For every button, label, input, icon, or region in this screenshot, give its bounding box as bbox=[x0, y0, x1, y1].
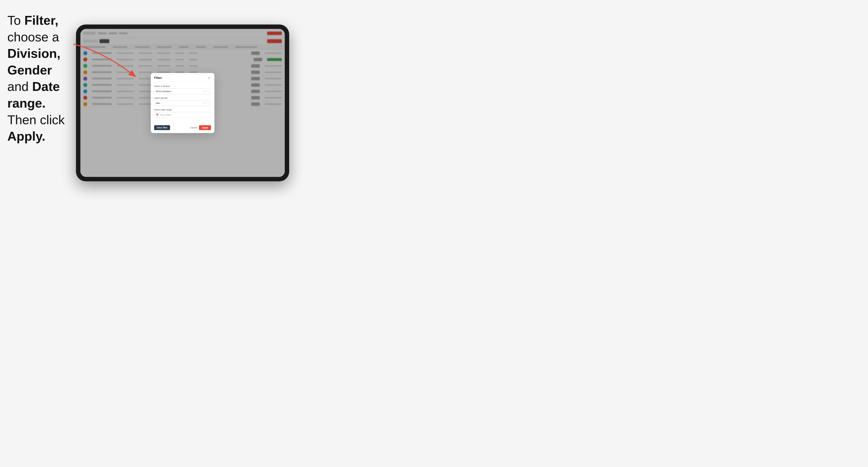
instruction-text: To Filter, choose a Division, Gender and… bbox=[7, 12, 79, 145]
modal-body: Select a division NCAA Division I × ⌃⌄ S… bbox=[151, 82, 214, 123]
division-form-group: Select a division NCAA Division I × ⌃⌄ bbox=[154, 85, 211, 94]
modal-close-button[interactable]: × bbox=[207, 76, 211, 80]
date-input[interactable]: 📅 Pick a date bbox=[154, 112, 211, 118]
division-arrows-icon[interactable]: ⌃⌄ bbox=[206, 90, 209, 92]
gender-select-value: Men bbox=[156, 102, 160, 104]
division-clear-icon[interactable]: × bbox=[204, 90, 205, 93]
gender-arrows-icon[interactable]: ⌃⌄ bbox=[206, 102, 209, 104]
division-select-value: NCAA Division I bbox=[156, 90, 172, 93]
apply-button[interactable]: Apply bbox=[199, 125, 211, 130]
gender-select-controls: × ⌃⌄ bbox=[204, 102, 209, 104]
footer-right-actions: Cancel Apply bbox=[190, 125, 211, 130]
date-label: Select Date range bbox=[154, 108, 211, 111]
date-form-group: Select Date range 📅 Pick a date bbox=[154, 108, 211, 118]
tablet-screen: Filter × Select a division NCAA Division… bbox=[81, 29, 285, 177]
date-placeholder: Pick a date bbox=[160, 114, 171, 116]
gender-select[interactable]: Men × ⌃⌄ bbox=[154, 100, 211, 106]
modal-footer: Clear filter Cancel Apply bbox=[151, 123, 214, 133]
division-select-controls: × ⌃⌄ bbox=[204, 90, 209, 93]
filter-modal: Filter × Select a division NCAA Division… bbox=[151, 73, 214, 133]
modal-overlay: Filter × Select a division NCAA Division… bbox=[81, 29, 285, 177]
cancel-button[interactable]: Cancel bbox=[190, 126, 197, 129]
clear-filter-button[interactable]: Clear filter bbox=[154, 125, 170, 130]
modal-header: Filter × bbox=[151, 73, 214, 82]
tablet-device: Filter × Select a division NCAA Division… bbox=[76, 25, 289, 181]
gender-label: Select gender bbox=[154, 97, 211, 99]
gender-clear-icon[interactable]: × bbox=[204, 102, 205, 104]
gender-form-group: Select gender Men × ⌃⌄ bbox=[154, 97, 211, 106]
modal-title: Filter bbox=[154, 76, 162, 80]
calendar-icon: 📅 bbox=[156, 114, 159, 116]
division-label: Select a division bbox=[154, 85, 211, 88]
division-select[interactable]: NCAA Division I × ⌃⌄ bbox=[154, 89, 211, 94]
